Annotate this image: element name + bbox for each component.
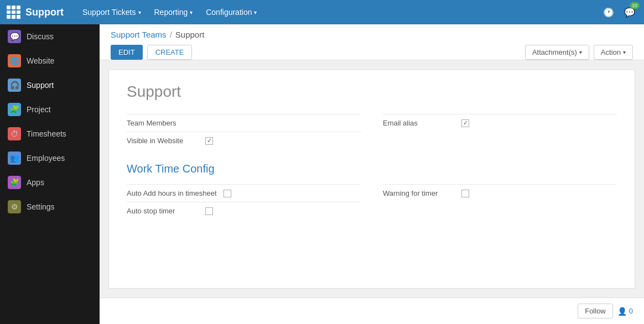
app-name: Support	[25, 7, 64, 18]
edit-button[interactable]: EDIT	[111, 45, 143, 60]
field-team-members: Team Members	[127, 114, 361, 132]
followers-badge[interactable]: 👤 0	[617, 307, 633, 316]
grid-icon[interactable]	[7, 6, 20, 19]
sidebar-item-website[interactable]: 🌐 Website	[0, 49, 100, 73]
toolbar: EDIT CREATE Attachment(s) ▾ Action ▾	[111, 45, 633, 60]
field-visible-website: Visible in Website	[127, 132, 361, 149]
auto-stop-timer-checkbox[interactable]	[205, 207, 213, 215]
field-warning-timer: Warning for timer	[383, 184, 617, 202]
bottom-bar: Follow 👤 0	[100, 297, 644, 324]
chevron-down-icon: ▾	[579, 49, 582, 55]
chevron-down-icon: ▾	[190, 9, 193, 15]
content-area: Support Teams / Support EDIT CREATE Atta…	[100, 24, 644, 324]
nav-configuration[interactable]: Configuration ▾	[200, 4, 262, 20]
section-fields-right: Warning for timer	[383, 184, 617, 220]
field-auto-add-hours: Auto Add hours in timesheet	[127, 184, 361, 202]
auto-stop-timer-label: Auto stop timer	[127, 207, 199, 215]
section-fields-left: Auto Add hours in timesheet Auto stop ti…	[127, 184, 361, 220]
section-title: Work Time Config	[127, 163, 617, 175]
person-icon: 👤	[617, 307, 627, 316]
action-button[interactable]: Action ▾	[594, 45, 633, 60]
field-auto-stop-timer: Auto stop timer	[127, 202, 361, 220]
clock-icon[interactable]: 🕐	[601, 4, 616, 20]
main-layout: 💬 Discuss 🌐 Website 🎧 Support 🧩 Project …	[0, 24, 644, 324]
messages-badge: 10	[630, 2, 640, 9]
follow-button[interactable]: Follow	[578, 304, 613, 318]
content-header: Support Teams / Support EDIT CREATE Atta…	[100, 24, 644, 60]
visible-website-checkbox[interactable]	[205, 137, 213, 145]
sidebar-label-project: Project	[27, 105, 51, 114]
apps-icon: 🧩	[8, 176, 21, 189]
sidebar-label-settings: Settings	[27, 202, 55, 211]
form-card: Support Team Members Visible in Website	[108, 69, 635, 289]
sidebar-item-timesheets[interactable]: ⏱ Timesheets	[0, 122, 100, 146]
sidebar-item-settings[interactable]: ⚙ Settings	[0, 195, 100, 219]
breadcrumb-current: Support	[175, 30, 205, 39]
form-fields-left: Team Members Visible in Website	[127, 114, 361, 149]
auto-add-hours-label: Auto Add hours in timesheet	[127, 189, 217, 197]
form-title: Support	[127, 83, 617, 101]
visible-website-label: Visible in Website	[127, 137, 199, 145]
topbar: Support Support Tickets ▾ Reporting ▾ Co…	[0, 0, 644, 24]
field-email-alias: Email alias	[383, 114, 617, 132]
sidebar-label-discuss: Discuss	[27, 32, 54, 41]
sidebar-label-employees: Employees	[27, 154, 65, 163]
chevron-down-icon: ▾	[623, 49, 626, 55]
settings-icon: ⚙	[8, 200, 21, 213]
website-icon: 🌐	[8, 54, 21, 67]
form-fields-right: Email alias	[383, 114, 617, 149]
breadcrumb: Support Teams / Support	[111, 30, 633, 39]
attachments-button[interactable]: Attachment(s) ▾	[525, 45, 589, 60]
create-button[interactable]: CREATE	[147, 45, 193, 60]
sidebar-item-employees[interactable]: 👥 Employees	[0, 146, 100, 170]
warning-timer-label: Warning for timer	[383, 189, 455, 197]
chevron-down-icon: ▾	[138, 9, 141, 15]
topbar-right: 🕐 💬 10	[601, 4, 637, 20]
messages-icon[interactable]: 💬 10	[622, 4, 637, 20]
email-alias-label: Email alias	[383, 119, 455, 127]
breadcrumb-separator: /	[170, 30, 172, 39]
discuss-icon: 💬	[8, 30, 21, 43]
employees-icon: 👥	[8, 151, 21, 165]
sidebar-label-apps: Apps	[27, 178, 44, 187]
project-icon: 🧩	[8, 103, 21, 116]
team-members-label: Team Members	[127, 119, 199, 127]
sidebar-label-website: Website	[27, 56, 54, 65]
sidebar-label-timesheets: Timesheets	[27, 129, 66, 138]
followers-count: 0	[629, 307, 633, 315]
breadcrumb-parent[interactable]: Support Teams	[111, 30, 167, 39]
chevron-down-icon: ▾	[254, 9, 257, 15]
top-nav: Support Tickets ▾ Reporting ▾ Configurat…	[77, 4, 601, 20]
nav-support-tickets[interactable]: Support Tickets ▾	[77, 4, 147, 20]
auto-add-hours-checkbox[interactable]	[224, 190, 231, 197]
sidebar: 💬 Discuss 🌐 Website 🎧 Support 🧩 Project …	[0, 24, 100, 324]
sidebar-item-discuss[interactable]: 💬 Discuss	[0, 24, 100, 49]
nav-reporting[interactable]: Reporting ▾	[149, 4, 199, 20]
support-icon: 🎧	[8, 79, 21, 92]
sidebar-label-support: Support	[27, 81, 54, 90]
warning-timer-checkbox[interactable]	[461, 190, 469, 197]
sidebar-item-support[interactable]: 🎧 Support	[0, 73, 100, 97]
sidebar-item-project[interactable]: 🧩 Project	[0, 97, 100, 122]
sidebar-item-apps[interactable]: 🧩 Apps	[0, 170, 100, 195]
timesheets-icon: ⏱	[8, 127, 21, 140]
email-alias-checkbox[interactable]	[461, 119, 469, 127]
